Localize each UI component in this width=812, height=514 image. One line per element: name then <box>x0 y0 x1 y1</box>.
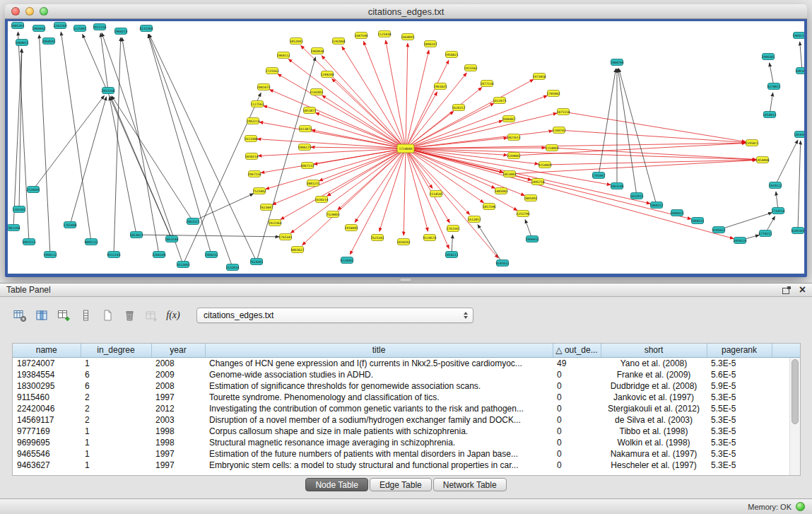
function-builder-button[interactable]: f(x) <box>163 305 183 325</box>
graph-node[interactable]: 1725563 <box>266 68 279 74</box>
graph-node[interactable]: 1127563 <box>251 101 264 107</box>
graph-node[interactable]: 2064501 <box>42 38 56 45</box>
graph-node[interactable]: 2067156 <box>248 171 261 177</box>
graph-node[interactable]: 1918445 <box>345 225 358 231</box>
graph-node[interactable]: 1960157 <box>650 202 664 209</box>
graph-node[interactable]: 1454013 <box>763 112 777 118</box>
network-table-selector[interactable]: citations_edges.txt <box>196 308 473 323</box>
graph-node[interactable]: 9274411 <box>767 83 781 90</box>
graph-node[interactable]: 1852041 <box>290 38 303 45</box>
graph-node[interactable]: 1612043 <box>177 262 190 268</box>
graph-node[interactable]: 1973458 <box>533 74 546 80</box>
close-panel-icon[interactable]: × <box>799 285 806 295</box>
graph-node[interactable]: 1904531 <box>691 218 705 224</box>
graph-node[interactable]: 2063144 <box>611 183 624 189</box>
graph-node[interactable]: 7624301 <box>250 259 264 265</box>
graph-node[interactable]: 9245012 <box>496 260 510 267</box>
graph-node[interactable]: 2204081 <box>507 153 521 159</box>
column-header[interactable] <box>772 344 800 357</box>
table-row[interactable]: 1456911722003Disruption of a novel membe… <box>13 414 800 426</box>
graph-node[interactable]: 1626157 <box>452 105 466 111</box>
graph-node[interactable]: 1830202 <box>397 239 411 245</box>
import-table-button[interactable] <box>141 305 161 325</box>
graph-node[interactable]: 1125401 <box>73 25 87 32</box>
graph-node[interactable]: 1664091 <box>401 34 415 40</box>
graph-node[interactable]: 1960218 <box>793 33 804 39</box>
graph-node[interactable]: 9245022 <box>712 227 726 233</box>
zoom-window-button[interactable] <box>40 7 48 16</box>
graph-node[interactable]: 2532014 <box>226 264 240 271</box>
graph-node[interactable]: 2063311 <box>187 218 200 225</box>
graph-node[interactable]: 1765341 <box>279 234 293 240</box>
table-scrollbar[interactable] <box>789 358 800 475</box>
graph-node[interactable]: 9463627 <box>291 247 305 253</box>
graph-node[interactable]: 1687544 <box>355 33 368 39</box>
graph-node[interactable]: 1830214 <box>245 153 259 160</box>
graph-node[interactable]: 7625341 <box>371 235 384 241</box>
table-row[interactable]: 1830029562008Estimation of significance … <box>13 380 800 392</box>
graph-node[interactable]: 1906301 <box>762 54 775 60</box>
graph-node[interactable]: 1806423 <box>671 210 684 216</box>
graph-node[interactable]: 2526605 <box>27 187 40 193</box>
graph-node[interactable]: 1514545 <box>430 191 443 197</box>
panel-splitter[interactable] <box>0 277 812 283</box>
graph-node[interactable]: 1857596 <box>483 204 496 210</box>
graph-node[interactable]: 1495758 <box>531 179 545 185</box>
graph-node[interactable]: 9805133 <box>85 239 98 245</box>
graph-node[interactable]: 1853083 <box>503 171 517 177</box>
graph-node[interactable]: 1613388 <box>245 136 258 142</box>
graph-node[interactable]: 1765408 <box>64 222 77 228</box>
row-selection-button[interactable] <box>76 305 95 325</box>
window-titlebar[interactable]: citations_edges.txt <box>5 4 807 19</box>
graph-node[interactable]: 8131304 <box>140 25 153 32</box>
table-row[interactable]: 946362711997Embryonic stem cells: a mode… <box>13 460 800 471</box>
graph-node[interactable]: 5901513 <box>23 239 36 245</box>
graph-node[interactable]: 1612675 <box>493 98 507 104</box>
graph-node[interactable]: 1821613 <box>507 134 521 141</box>
graph-node[interactable]: 7524403 <box>326 211 340 218</box>
graph-node[interactable]: 1612857 <box>468 216 481 223</box>
graph-node[interactable]: 2053108 <box>102 88 115 94</box>
graph-node[interactable]: 9124576 <box>423 235 437 241</box>
graph-node[interactable]: 1160742 <box>553 127 566 134</box>
graph-node[interactable]: 1102301 <box>13 206 26 213</box>
close-window-button[interactable] <box>11 7 20 16</box>
graph-node[interactable]: 2450124 <box>734 238 747 244</box>
graph-node[interactable]: 1896107 <box>424 41 437 47</box>
graph-node[interactable]: 2266104 <box>153 252 166 258</box>
graph-node[interactable]: 1961104 <box>8 225 20 231</box>
graph-node[interactable]: 5901408 <box>796 68 804 74</box>
graph-node[interactable]: 2242269 <box>54 23 67 29</box>
graph-node[interactable]: 1906432 <box>526 236 539 243</box>
minimize-window-button[interactable] <box>25 7 34 16</box>
graph-node[interactable]: 1922364 <box>269 220 282 226</box>
graph-node[interactable]: 6770211 <box>759 230 772 237</box>
graph-node[interactable]: 2077134 <box>481 81 494 87</box>
graph-node[interactable]: 1454307 <box>794 132 804 138</box>
column-header[interactable]: title <box>205 344 553 357</box>
graph-node[interactable]: 1902214 <box>247 118 260 124</box>
graph-node[interactable]: 1710554 <box>772 208 785 214</box>
table-row[interactable]: 2242004622012Investigating the contribut… <box>13 403 800 414</box>
graph-node[interactable]: 1485083 <box>495 188 508 194</box>
graph-node[interactable]: 1805492 <box>524 195 538 201</box>
graph-node[interactable]: 2142001 <box>310 89 324 95</box>
tab-node-table[interactable]: Node Table <box>305 478 368 491</box>
graph-node[interactable]: 1606467 <box>502 116 516 122</box>
column-header[interactable]: name <box>13 344 81 357</box>
graph-node[interactable]: 1853144 <box>165 236 179 243</box>
table-row[interactable]: 1872400712008Changes of HCN gene express… <box>13 357 800 369</box>
graph-node[interactable]: 1761341 <box>447 226 460 232</box>
column-header[interactable]: △ out_de... <box>553 344 601 357</box>
delete-table-button[interactable] <box>119 305 139 325</box>
graph-node[interactable]: 1454408 <box>756 157 770 163</box>
graph-node[interactable]: 1832015 <box>630 193 644 199</box>
graph-node[interactable]: 1791907 <box>592 173 606 179</box>
graph-node[interactable]: 2012136 <box>93 24 107 30</box>
graph-node[interactable]: 9154409 <box>539 162 552 168</box>
float-panel-icon[interactable] <box>782 286 791 294</box>
column-header[interactable]: short <box>601 344 707 357</box>
graph-node[interactable]: 1961825 <box>434 83 447 90</box>
graph-node[interactable]: 9124301 <box>341 257 354 264</box>
graph-node[interactable]: 1920122 <box>769 182 782 189</box>
